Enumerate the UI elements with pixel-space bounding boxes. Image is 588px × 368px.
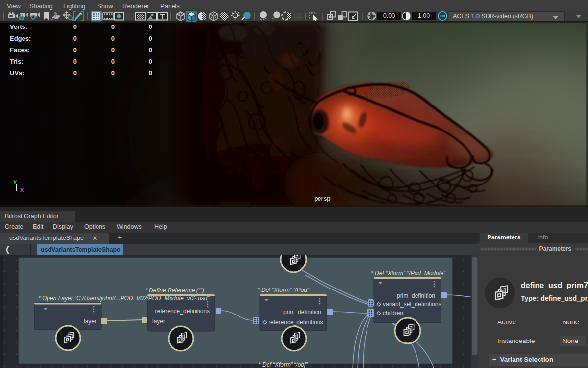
svg-text:* Def “Xform” “/Pod_Module”: * Def “Xform” “/Pod_Module” [371, 270, 446, 277]
svg-text:ON: ON [440, 14, 445, 18]
svg-text:layer: layer [152, 318, 165, 325]
svg-text:variant_set_definitions: variant_set_definitions [383, 301, 441, 308]
svg-text:prim_definition: prim_definition [283, 309, 321, 315]
svg-text:reference_definitions: reference_definitions [155, 308, 210, 315]
svg-text:children: children [383, 310, 403, 316]
svg-text:* Def “Xform” “/Pod”: * Def “Xform” “/Pod” [257, 287, 310, 293]
svg-text:* Def “Xform” “/obj”: * Def “Xform” “/obj” [258, 361, 308, 368]
svg-text:layer: layer [84, 318, 97, 325]
svg-text:* Define Reference (“”): * Define Reference (“”) [145, 287, 204, 294]
svg-text:* Open Layer “C:/Users/johnf/.: * Open Layer “C:/Users/johnf/...POD_V02/… [38, 295, 210, 302]
svg-text:reference_definitions: reference_definitions [269, 319, 323, 326]
svg-text:prim_definition: prim_definition [397, 292, 435, 299]
